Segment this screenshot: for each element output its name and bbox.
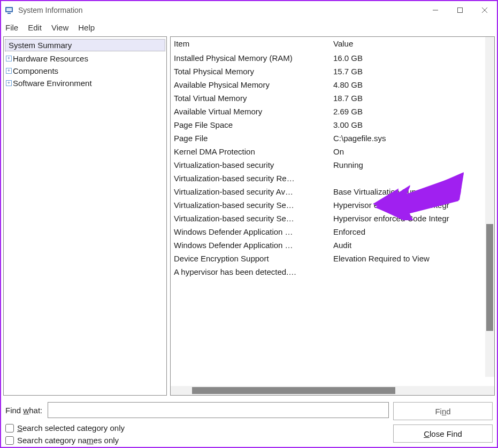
list-scroll[interactable]: Item Value Installed Physical Memory (RA… — [171, 37, 494, 386]
row-item: Page File Space — [174, 120, 333, 129]
menu-edit[interactable]: Edit — [28, 23, 42, 32]
row-value — [333, 267, 494, 276]
list-row[interactable]: Installed Physical Memory (RAM)16.0 GB — [171, 51, 494, 65]
row-value: Enforced — [333, 227, 494, 236]
minimize-button[interactable] — [423, 1, 448, 19]
find-what-input[interactable] — [48, 402, 389, 418]
tree-item-label: Components — [13, 66, 58, 75]
list-row[interactable]: Total Virtual Memory18.7 GB — [171, 91, 494, 105]
row-item: Windows Defender Application … — [174, 241, 333, 250]
row-value: Elevation Required to View — [333, 254, 494, 263]
row-value: Running — [333, 160, 494, 169]
list-row[interactable]: Windows Defender Application …Audit — [171, 238, 494, 252]
svg-rect-2 — [7, 13, 11, 14]
list-row[interactable]: Available Virtual Memory2.69 GB — [171, 105, 494, 118]
window-title: System Information — [18, 6, 423, 14]
list-row[interactable]: Virtualization-based security Av…Base Vi… — [171, 185, 494, 198]
row-item: Page File — [174, 134, 333, 143]
find-button[interactable]: Find — [393, 402, 493, 420]
main-split: System Summary + Hardware Resources + Co… — [1, 35, 497, 397]
row-value: 4.80 GB — [333, 80, 494, 89]
checkbox-label: Search selected category only — [17, 423, 125, 432]
row-item: Available Virtual Memory — [174, 107, 333, 116]
plus-icon[interactable]: + — [6, 80, 12, 86]
list-header[interactable]: Item Value — [171, 37, 494, 51]
list-row[interactable]: Available Physical Memory4.80 GB — [171, 78, 494, 91]
list-row[interactable]: Windows Defender Application …Enforced — [171, 225, 494, 238]
row-item: Total Physical Memory — [174, 67, 333, 76]
plus-icon[interactable]: + — [6, 56, 12, 61]
row-value: 18.7 GB — [333, 94, 494, 103]
menubar: File Edit View Help — [1, 19, 497, 35]
row-item: A hypervisor has been detected.… — [174, 267, 333, 276]
list-row[interactable]: Virtualization-based security Se…Hypervi… — [171, 198, 494, 212]
tree-pane[interactable]: System Summary + Hardware Resources + Co… — [3, 36, 167, 396]
list-pane: Item Value Installed Physical Memory (RA… — [170, 36, 495, 396]
row-item: Virtualization-based security Re… — [174, 174, 333, 183]
window-buttons — [423, 1, 497, 19]
list-row[interactable]: A hypervisor has been detected.… — [171, 265, 494, 279]
maximize-button[interactable] — [448, 1, 472, 19]
menu-file[interactable]: File — [5, 23, 18, 32]
close-find-button[interactable]: Close Find — [393, 424, 493, 443]
tree-item-components[interactable]: + Components — [5, 65, 165, 77]
row-item: Windows Defender Application … — [174, 227, 333, 236]
checkbox-icon[interactable] — [5, 436, 14, 445]
find-what-label: Find what: — [5, 406, 42, 415]
row-item: Device Encryption Support — [174, 254, 333, 263]
column-value[interactable]: Value — [333, 39, 494, 48]
menu-view[interactable]: View — [51, 23, 68, 32]
vertical-scroll-thumb[interactable] — [486, 224, 493, 331]
row-item: Virtualization-based security Av… — [174, 187, 333, 196]
menu-help[interactable]: Help — [78, 23, 95, 32]
row-value: Base Virtualization Support, Secu — [333, 187, 494, 196]
row-value: 2.69 GB — [333, 107, 494, 116]
row-item: Kernel DMA Protection — [174, 147, 333, 156]
row-value: Hypervisor enforced Code Integr — [333, 214, 494, 223]
svg-rect-1 — [6, 8, 12, 11]
checkbox-label: Search category names only — [17, 436, 119, 445]
tree-item-label: Software Environment — [13, 79, 92, 88]
row-value: Hypervisor enforced Code Integr — [333, 200, 494, 210]
row-value: Audit — [333, 241, 494, 250]
row-value: 3.00 GB — [333, 120, 494, 129]
row-value: 15.7 GB — [333, 67, 494, 76]
horizontal-scroll-thumb[interactable] — [192, 387, 395, 394]
row-item: Total Virtual Memory — [174, 94, 333, 103]
search-area: Find what: Search selected category only… — [1, 397, 497, 447]
checkbox-icon[interactable] — [5, 424, 14, 432]
list-row[interactable]: Page FileC:\pagefile.sys — [171, 132, 494, 145]
vertical-scrollbar[interactable] — [485, 37, 494, 377]
row-item: Available Physical Memory — [174, 80, 333, 89]
list-row[interactable]: Kernel DMA ProtectionOn — [171, 145, 494, 158]
row-item: Virtualization-based security Se… — [174, 214, 333, 223]
tree-item-label: Hardware Resources — [13, 54, 88, 63]
svg-rect-4 — [458, 8, 463, 13]
tree-item-hardware-resources[interactable]: + Hardware Resources — [5, 52, 165, 65]
close-button[interactable] — [472, 1, 497, 19]
row-value — [333, 174, 494, 183]
row-item: Virtualization-based security — [174, 160, 333, 169]
list-row[interactable]: Device Encryption SupportElevation Requi… — [171, 252, 494, 265]
row-value: On — [333, 147, 494, 156]
search-category-names-checkbox[interactable]: Search category names only — [5, 436, 389, 445]
list-row[interactable]: Page File Space3.00 GB — [171, 118, 494, 132]
titlebar: System Information — [1, 1, 497, 19]
horizontal-scrollbar[interactable] — [171, 386, 494, 395]
plus-icon[interactable]: + — [6, 68, 12, 74]
row-item: Installed Physical Memory (RAM) — [174, 53, 333, 63]
tree-root-system-summary[interactable]: System Summary — [5, 39, 165, 51]
row-item: Virtualization-based security Se… — [174, 200, 333, 210]
app-icon — [4, 5, 14, 15]
row-value: C:\pagefile.sys — [333, 134, 494, 143]
column-item[interactable]: Item — [174, 39, 333, 48]
search-selected-category-checkbox[interactable]: Search selected category only — [5, 423, 389, 432]
row-value: 16.0 GB — [333, 53, 494, 63]
list-row[interactable]: Virtualization-based security Re… — [171, 172, 494, 185]
list-row[interactable]: Virtualization-based security Se…Hypervi… — [171, 212, 494, 225]
tree-item-software-environment[interactable]: + Software Environment — [5, 77, 165, 89]
list-row[interactable]: Virtualization-based securityRunning — [171, 158, 494, 172]
list-row[interactable]: Total Physical Memory15.7 GB — [171, 65, 494, 78]
list-body: Installed Physical Memory (RAM)16.0 GBTo… — [171, 51, 494, 279]
